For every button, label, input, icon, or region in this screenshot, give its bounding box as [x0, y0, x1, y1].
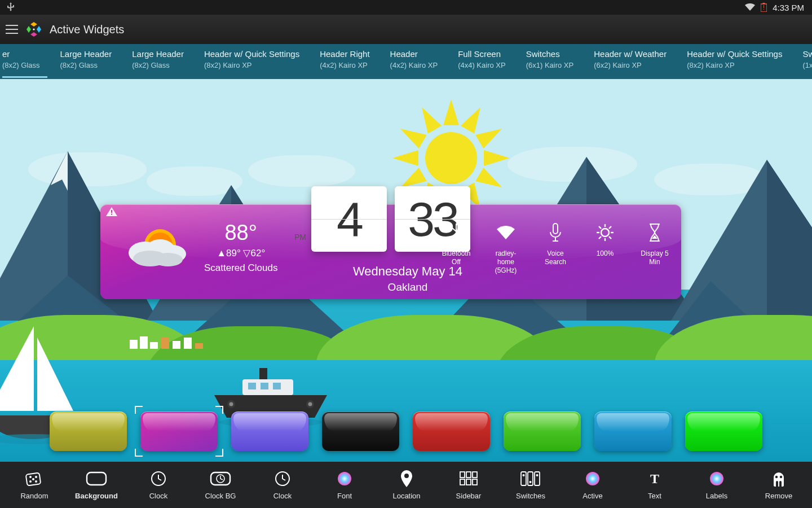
svg-point-93 [523, 474, 525, 476]
labels-icon [709, 470, 725, 487]
random-icon [25, 470, 44, 487]
tool-labels[interactable]: Labels [686, 466, 748, 505]
svg-rect-85 [466, 472, 471, 478]
svg-rect-91 [528, 472, 533, 485]
svg-rect-44 [248, 383, 256, 389]
clock-bg-icon [210, 470, 231, 487]
svg-text:T: T [650, 471, 659, 486]
tool-switches[interactable]: Switches [500, 466, 562, 505]
svg-marker-19 [392, 150, 418, 166]
text-icon: T [647, 470, 662, 487]
tool-label: Active [582, 492, 602, 500]
tab-item[interactable]: Full Screen(4x4) Kairo XP [448, 49, 516, 77]
svg-point-8 [33, 28, 34, 30]
swatch-olive[interactable] [50, 411, 127, 451]
switch-mic[interactable]: Voice Search [537, 221, 574, 275]
tool-label: Background [75, 492, 118, 500]
svg-rect-32 [130, 340, 138, 349]
tab-label: Header Right [320, 49, 369, 59]
tab-item[interactable]: Header w/ Quick Settings(8x2) Kairo XP [194, 49, 310, 77]
tab-item[interactable]: Header(4x2) Kairo XP [380, 49, 448, 77]
tool-active[interactable]: Active [562, 466, 624, 505]
tool-label: Labels [706, 492, 727, 500]
tab-item[interactable]: er(8x2) Glass [0, 49, 50, 77]
tab-sublabel: (1x2) Glass [802, 61, 812, 69]
clock-icon [151, 470, 166, 487]
wifi-icon [496, 221, 515, 244]
svg-marker-6 [27, 26, 31, 33]
swatch-magenta[interactable] [140, 411, 218, 451]
svg-point-60 [153, 253, 183, 266]
swatch-green[interactable] [504, 411, 581, 451]
tab-item[interactable]: Header w/ Weather(6x2) Kairo XP [584, 49, 677, 77]
menu-icon[interactable] [6, 25, 18, 34]
switch-wifi[interactable]: radley-home (5GHz) [487, 221, 524, 275]
svg-point-82 [338, 472, 351, 485]
switch-label: 100% [597, 249, 614, 258]
swatch-lime[interactable] [685, 411, 762, 451]
svg-point-95 [536, 474, 539, 476]
brightness-icon [596, 221, 614, 244]
tool-location[interactable]: Location [376, 466, 438, 505]
tab-item[interactable]: Large Header(8x2) Glass [50, 49, 122, 77]
svg-rect-38 [195, 343, 203, 349]
switch-label: radley-home (5GHz) [487, 249, 524, 275]
switch-label: Bluetooth Off [438, 249, 475, 266]
tab-label: Header w/ Weather [594, 49, 667, 59]
tab-label: Large Header [132, 49, 184, 59]
tool-remove[interactable]: Remove [748, 466, 810, 505]
tab-sublabel: (4x2) Kairo XP [390, 61, 438, 69]
svg-rect-45 [261, 383, 268, 389]
clock2-icon [275, 470, 290, 487]
svg-line-67 [599, 226, 601, 229]
svg-rect-37 [184, 338, 192, 349]
svg-point-98 [710, 472, 723, 485]
svg-point-94 [529, 481, 532, 483]
switch-bluetooth[interactable]: Bluetooth Off [438, 221, 475, 275]
tab-item[interactable]: Large Header(8x2) Glass [122, 49, 194, 77]
widget-tabs[interactable]: er(8x2) GlassLarge Header(8x2) GlassLarg… [0, 44, 812, 79]
svg-marker-5 [30, 32, 37, 37]
swatch-violet[interactable] [231, 411, 308, 451]
tool-clock[interactable]: Clock [127, 466, 189, 505]
tab-sublabel: (4x4) Kairo XP [458, 61, 506, 69]
weather-hi: ▲89° [217, 248, 241, 259]
svg-marker-21 [415, 103, 442, 134]
svg-point-76 [32, 478, 34, 480]
widget-city: Oakland [320, 281, 495, 294]
background-icon [86, 470, 107, 487]
tab-item[interactable]: Header Right(4x2) Kairo XP [310, 49, 379, 77]
swatch-blue[interactable] [594, 411, 672, 451]
tab-item[interactable]: Switches(1x2) Glass [792, 49, 812, 77]
svg-line-68 [609, 237, 611, 239]
app-bar: Active Widgets [0, 15, 812, 44]
color-swatches [0, 401, 812, 462]
tool-sidebar[interactable]: Sidebar [438, 466, 500, 505]
remove-icon [771, 470, 786, 487]
tool-clock2[interactable]: Clock [251, 466, 314, 505]
switch-hourglass[interactable]: Display 5 Min [636, 221, 673, 275]
tool-clock-bg[interactable]: Clock BG [189, 466, 251, 505]
tab-sublabel: (8x2) Kairo XP [204, 61, 299, 69]
tool-random[interactable]: Random [3, 466, 65, 505]
switch-brightness[interactable]: 100% [586, 221, 624, 275]
tool-background[interactable]: Background [65, 466, 127, 505]
svg-marker-10 [443, 99, 459, 125]
header-widget[interactable]: 88° ▲89° ▽62° Scattered Clouds PM 4 33 W… [100, 204, 681, 299]
tab-item[interactable]: Switches(6x1) Kairo XP [516, 49, 584, 77]
svg-rect-86 [473, 472, 477, 478]
tab-sublabel: (4x2) Kairo XP [320, 61, 369, 69]
tab-sublabel: (8x2) Glass [132, 61, 184, 69]
svg-rect-46 [273, 383, 281, 389]
tool-text[interactable]: TText [624, 466, 686, 505]
tool-label: Clock [273, 492, 292, 500]
swatch-black[interactable] [322, 411, 399, 451]
svg-marker-39 [0, 326, 34, 411]
hourglass-icon [648, 221, 661, 244]
svg-rect-84 [460, 472, 465, 478]
swatch-red[interactable] [413, 411, 490, 451]
tool-font[interactable]: Font [314, 466, 376, 505]
tab-item[interactable]: Header w/ Quick Settings(8x2) Kairo XP [677, 49, 792, 77]
bottom-toolbar: RandomBackgroundClockClock BGClockFontLo… [0, 462, 812, 508]
tool-label: Text [648, 492, 661, 500]
